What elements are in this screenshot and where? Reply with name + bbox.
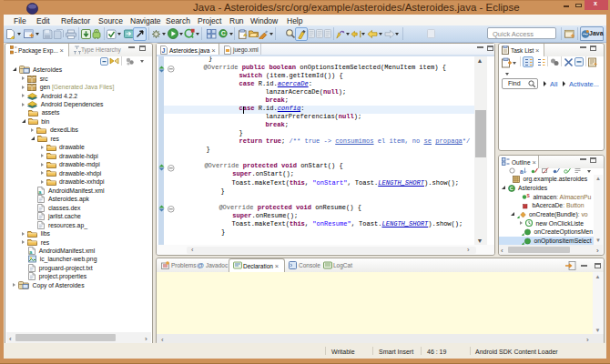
svg-text:C: C [220, 30, 225, 36]
svg-text:C: C [509, 186, 513, 191]
svg-text:J: J [162, 47, 166, 54]
svg-text:S: S [527, 193, 531, 198]
svg-text:a: a [520, 168, 524, 175]
